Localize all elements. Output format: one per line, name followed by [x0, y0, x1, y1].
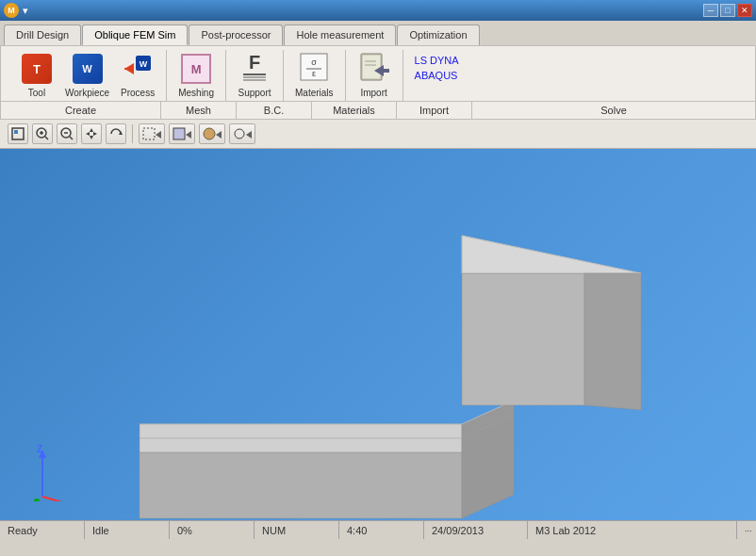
svg-marker-32: [156, 131, 161, 139]
axes-indicator: Z X: [24, 445, 80, 501]
svg-line-54: [42, 497, 75, 501]
tab-drill-design[interactable]: Drill Design: [4, 25, 81, 45]
footer-materials[interactable]: Materials: [312, 102, 397, 119]
footer-create[interactable]: Create: [1, 102, 161, 119]
tab-hole-measurement[interactable]: Hole measurement: [284, 25, 396, 45]
svg-marker-34: [186, 131, 191, 139]
footer-solve[interactable]: Solve: [472, 102, 755, 119]
close-button[interactable]: ✕: [737, 4, 752, 17]
ribbon-group-create: T Tool W Workpiece W: [8, 50, 167, 101]
tab-oblique-fem[interactable]: Oblique FEM Sim: [82, 25, 188, 45]
meshing-icon-box: M: [179, 52, 213, 86]
ribbon-items-materials: σ ε Materials: [291, 50, 337, 101]
title-bar: M ▾ ─ □ ✕: [0, 0, 756, 21]
tool-icon: T: [22, 54, 52, 84]
support-icon-box: F: [238, 52, 271, 86]
pan-button[interactable]: [81, 123, 102, 144]
svg-marker-28: [86, 132, 90, 136]
title-bar-label: ▾: [23, 5, 28, 17]
support-icon: F: [239, 52, 270, 86]
svg-text:σ: σ: [312, 57, 318, 67]
materials-icon: σ ε: [299, 52, 329, 86]
svg-marker-38: [246, 131, 252, 139]
workpiece-label: Workpiece: [65, 88, 109, 99]
footer-import[interactable]: Import: [397, 102, 472, 119]
status-ready: Ready: [0, 521, 85, 539]
process-icon: W: [123, 54, 153, 84]
pan-icon: [85, 127, 98, 140]
ribbon-btn-meshing[interactable]: M Meshing: [174, 50, 218, 101]
tab-bar: Drill Design Oblique FEM Sim Post-proces…: [0, 21, 756, 45]
tool-label: Tool: [28, 88, 45, 99]
view-mode-icon: [173, 127, 191, 140]
meshing-label: Meshing: [178, 88, 214, 99]
materials-label: Materials: [295, 88, 334, 99]
process-icon-box: W: [121, 52, 155, 86]
title-bar-controls[interactable]: ─ □ ✕: [703, 4, 752, 17]
status-bar: Ready Idle 0% NUM 4:40 24/09/2013 M3 Lab…: [0, 520, 756, 539]
svg-marker-39: [140, 452, 462, 518]
ribbon-items-create: T Tool W Workpiece W: [16, 50, 158, 101]
ribbon-btn-process[interactable]: W Process: [117, 50, 158, 101]
solve-abaqus[interactable]: ABAQUS: [411, 69, 463, 82]
maximize-button[interactable]: □: [720, 4, 735, 17]
3d-viewport-svg: [0, 149, 756, 520]
svg-rect-33: [173, 128, 185, 139]
svg-rect-18: [14, 130, 18, 134]
svg-marker-27: [90, 136, 93, 139]
status-mode: Idle: [85, 521, 170, 539]
svg-line-25: [70, 137, 73, 139]
svg-marker-46: [462, 273, 584, 405]
support-label: Support: [238, 88, 271, 99]
svg-text:W: W: [140, 59, 148, 69]
status-resize[interactable]: ···: [737, 521, 756, 539]
minimize-button[interactable]: ─: [703, 4, 718, 17]
ribbon-footer: Create Mesh B.C. Materials Import Solve: [0, 102, 756, 120]
ribbon-group-import: Import: [346, 50, 403, 101]
ribbon-group-materials: σ ε Materials: [284, 50, 346, 101]
process-label: Process: [121, 88, 155, 99]
meshing-icon: M: [181, 54, 211, 84]
ribbon-btn-import[interactable]: Import: [353, 50, 395, 101]
ribbon-items-mesh: M Meshing: [174, 50, 218, 101]
svg-point-37: [235, 129, 244, 139]
zoom-in-button[interactable]: [32, 123, 53, 144]
zoom-fit-button[interactable]: [8, 123, 28, 144]
ribbon-btn-support[interactable]: F Support: [234, 50, 275, 101]
ribbon-btn-materials[interactable]: σ ε Materials: [291, 50, 337, 101]
zoom-out-button[interactable]: [57, 123, 77, 144]
import-icon: [357, 52, 391, 86]
zoom-out-icon: [60, 127, 74, 140]
3d-scene: Z X: [0, 149, 756, 520]
ribbon-group-bc: F Support: [226, 50, 284, 101]
status-num: NUM: [255, 521, 339, 539]
status-date: 24/09/2013: [424, 521, 528, 539]
tool-icon-box: T: [20, 52, 54, 86]
svg-rect-13: [363, 56, 380, 78]
status-lab: M3 Lab 2012: [528, 521, 737, 539]
viewport[interactable]: Z X: [0, 149, 756, 520]
zoom-in-icon: [36, 127, 49, 140]
tab-optimization[interactable]: Optimization: [397, 25, 479, 45]
svg-point-57: [34, 499, 40, 501]
footer-bc[interactable]: B.C.: [237, 102, 312, 119]
workpiece-icon: W: [73, 54, 103, 84]
svg-marker-26: [90, 128, 93, 132]
view-separator-1: [132, 124, 133, 143]
footer-mesh[interactable]: Mesh: [161, 102, 237, 119]
ribbon-btn-workpiece[interactable]: W Workpiece: [61, 50, 113, 101]
more-options-button[interactable]: [229, 123, 255, 144]
status-time: 4:40: [339, 521, 424, 539]
render-mode-button[interactable]: [199, 123, 225, 144]
select-box-button[interactable]: [139, 123, 165, 144]
svg-text:Z: Z: [37, 445, 42, 454]
import-label: Import: [360, 88, 386, 99]
rotate-icon: [109, 127, 123, 140]
view-mode-button[interactable]: [169, 123, 195, 144]
ribbon-btn-tool[interactable]: T Tool: [16, 50, 58, 101]
solve-ls-dyna[interactable]: LS DYNA: [411, 54, 463, 67]
ribbon-group-mesh: M Meshing: [167, 50, 226, 101]
tab-postprocessor[interactable]: Post-processor: [189, 25, 283, 45]
rotate-button[interactable]: [106, 123, 126, 144]
ribbon: T Tool W Workpiece W: [0, 45, 756, 102]
